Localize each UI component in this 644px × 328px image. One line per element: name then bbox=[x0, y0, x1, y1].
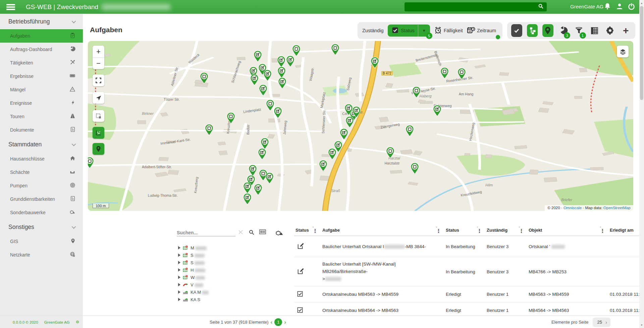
filter-funnel-button[interactable]: 1 bbox=[574, 24, 585, 37]
omniscale-link[interactable]: Omniscale bbox=[564, 206, 582, 210]
tree-node[interactable]: W bbox=[171, 274, 291, 281]
task-marker-edit[interactable] bbox=[277, 66, 286, 78]
scrollbar-up-icon[interactable]: ▲ bbox=[639, 1, 644, 5]
map[interactable]: Ableitner Str.WaldeckSchlierachwegTölzer… bbox=[88, 41, 633, 211]
task-marker-edit[interactable] bbox=[433, 105, 442, 116]
task-marker-edit[interactable] bbox=[273, 107, 282, 119]
table-row[interactable]: Baulicher Unterhalt Ortskanal I-MB 3844-… bbox=[294, 236, 644, 257]
task-marker-open[interactable] bbox=[457, 68, 466, 80]
column-menu-icon[interactable]: ⋮ bbox=[313, 228, 318, 233]
sidebar-section-stammdaten[interactable]: Stammdaten bbox=[0, 137, 83, 152]
sidebar-item-pumpen[interactable]: Pumpen bbox=[0, 179, 83, 192]
task-marker-edit[interactable] bbox=[345, 116, 354, 128]
scrollbar-down-icon[interactable]: ▼ bbox=[639, 323, 644, 327]
tree-node[interactable]: V bbox=[171, 281, 291, 288]
column-menu-icon[interactable]: ⋮ bbox=[436, 228, 441, 233]
sidebar-item-maengel[interactable]: Mängel bbox=[0, 83, 83, 96]
sidebar-item-gis[interactable]: GIS bbox=[0, 235, 83, 248]
locate-button[interactable] bbox=[93, 92, 104, 104]
col-header-objekt[interactable]: Objekt⋮ bbox=[527, 228, 608, 233]
sidebar-item-auftrags-dashboard[interactable]: Auftrags-Dashboard bbox=[0, 43, 83, 56]
tree-node[interactable]: M bbox=[171, 244, 291, 251]
power-icon[interactable] bbox=[628, 3, 635, 10]
select-region-button[interactable] bbox=[93, 110, 104, 122]
zoom-out-button[interactable]: − bbox=[93, 57, 104, 69]
col-header-status-icon[interactable]: Status⋮ bbox=[294, 228, 321, 233]
sidebar-section-betriebsfuehrung[interactable]: Betriebsführung bbox=[0, 14, 83, 29]
prev-page-icon[interactable]: ‹ bbox=[270, 319, 273, 326]
column-menu-icon[interactable]: ⋮ bbox=[519, 228, 524, 233]
sidebar-item-ergebnisse[interactable]: Ergebnisse bbox=[0, 69, 83, 83]
task-marker-edit[interactable] bbox=[254, 184, 263, 195]
task-marker-edit[interactable] bbox=[263, 69, 272, 81]
table-row[interactable]: Baulicher Unterhalt [SW-/MW-Kanal] MB266… bbox=[294, 257, 644, 286]
task-marker-open[interactable] bbox=[386, 147, 395, 158]
task-marker-open[interactable] bbox=[410, 162, 419, 174]
sidebar-item-hausanschluesse[interactable]: Hausanschlüsse bbox=[0, 152, 83, 166]
barcode-icon[interactable] bbox=[259, 229, 266, 236]
task-marker-edit[interactable] bbox=[253, 50, 262, 62]
tree-search-input[interactable] bbox=[177, 229, 235, 236]
task-marker-edit[interactable] bbox=[370, 57, 379, 68]
clear-search-icon[interactable] bbox=[238, 229, 244, 236]
sidebar-section-sonstiges[interactable]: Sonstiges bbox=[0, 219, 83, 235]
sidebar-item-grunddienstbarkeiten[interactable]: Grunddienstbarkeiten bbox=[0, 192, 83, 206]
task-marker-edit[interactable] bbox=[286, 55, 295, 67]
task-marker-edit[interactable] bbox=[259, 84, 268, 96]
pins-toggle-button[interactable] bbox=[93, 143, 104, 155]
sidebar-item-netzkarte[interactable]: Netzkarte bbox=[0, 248, 83, 262]
per-page-select[interactable]: 25› bbox=[593, 318, 610, 327]
tree-node[interactable]: H bbox=[171, 266, 291, 274]
task-marker-edit[interactable] bbox=[278, 77, 287, 89]
task-marker-edit[interactable] bbox=[344, 104, 353, 115]
openstreetmap-link[interactable]: OpenStreetMap bbox=[603, 206, 631, 210]
footer-gear-icon[interactable]: ⚙ bbox=[76, 320, 79, 324]
col-header-status[interactable]: Status⋮ bbox=[444, 228, 485, 233]
next-page-icon[interactable]: › bbox=[283, 319, 287, 326]
notifications-bell-icon[interactable] bbox=[604, 3, 611, 10]
task-marker-edit[interactable] bbox=[319, 160, 328, 172]
filter-zeitraum-button[interactable]: 12 Zeitraum bbox=[467, 26, 496, 35]
col-header-aufgabe[interactable]: Aufgabe⋮ bbox=[321, 228, 444, 233]
col-header-erledigt-am[interactable]: Erledigt am⋮ bbox=[608, 228, 644, 233]
tree-node[interactable]: KA M bbox=[171, 288, 291, 296]
filter-status-button[interactable]: Status ▼ 5 bbox=[388, 25, 430, 37]
sidebar-item-taetigkeiten[interactable]: Tätigkeiten bbox=[0, 56, 83, 69]
scrollbar-thumb[interactable] bbox=[640, 6, 643, 100]
task-marker-open[interactable] bbox=[205, 124, 214, 136]
select-mode-button[interactable] bbox=[511, 24, 522, 37]
fullscreen-button[interactable] bbox=[93, 75, 104, 86]
current-page-button[interactable]: 1 bbox=[274, 318, 282, 326]
filter-faelligkeit-button[interactable]: Fälligkeit bbox=[434, 26, 463, 35]
table-row[interactable]: Ortskanalneubau MB4563 -> MB4559 Erledig… bbox=[294, 286, 644, 302]
task-marker-open[interactable] bbox=[88, 157, 94, 169]
task-marker-open[interactable] bbox=[405, 125, 414, 137]
cluster-toggle-button[interactable] bbox=[93, 127, 104, 139]
tree-node[interactable]: KA S bbox=[171, 296, 291, 303]
column-menu-icon[interactable]: ⋮ bbox=[477, 228, 482, 233]
zoom-in-button[interactable]: + bbox=[93, 46, 104, 57]
sidebar-item-dokumente[interactable]: Dokumente bbox=[0, 123, 83, 137]
task-marker-edit[interactable] bbox=[243, 193, 252, 205]
task-marker-edit[interactable] bbox=[243, 182, 252, 194]
chart-view-button[interactable]: 3 bbox=[558, 24, 569, 37]
add-button[interactable]: + bbox=[621, 24, 632, 37]
settings-gear-button[interactable] bbox=[605, 24, 616, 37]
hamburger-menu-icon[interactable] bbox=[6, 4, 15, 10]
sidebar-item-aufgaben[interactable]: Aufgaben bbox=[0, 29, 83, 43]
sidebar-item-schaechte[interactable]: Schächte bbox=[0, 166, 83, 179]
task-marker-open[interactable] bbox=[226, 112, 235, 124]
search-icon[interactable] bbox=[538, 3, 544, 10]
task-marker-open[interactable] bbox=[412, 86, 421, 98]
task-marker-open[interactable] bbox=[200, 72, 209, 84]
task-marker-open[interactable] bbox=[440, 67, 449, 79]
map-view-button[interactable] bbox=[542, 24, 553, 37]
filter-zustaendig[interactable]: Zuständig bbox=[362, 28, 384, 33]
task-marker-edit[interactable] bbox=[258, 148, 267, 160]
task-marker-edit[interactable] bbox=[250, 74, 259, 86]
column-menu-icon[interactable]: ⋮ bbox=[600, 228, 605, 233]
tree-node[interactable]: S bbox=[171, 251, 291, 259]
task-marker-edit[interactable] bbox=[265, 172, 274, 184]
sidebar-item-sonderbauwerke[interactable]: Sonderbauwerke bbox=[0, 206, 83, 219]
table-view-button[interactable] bbox=[589, 24, 600, 37]
